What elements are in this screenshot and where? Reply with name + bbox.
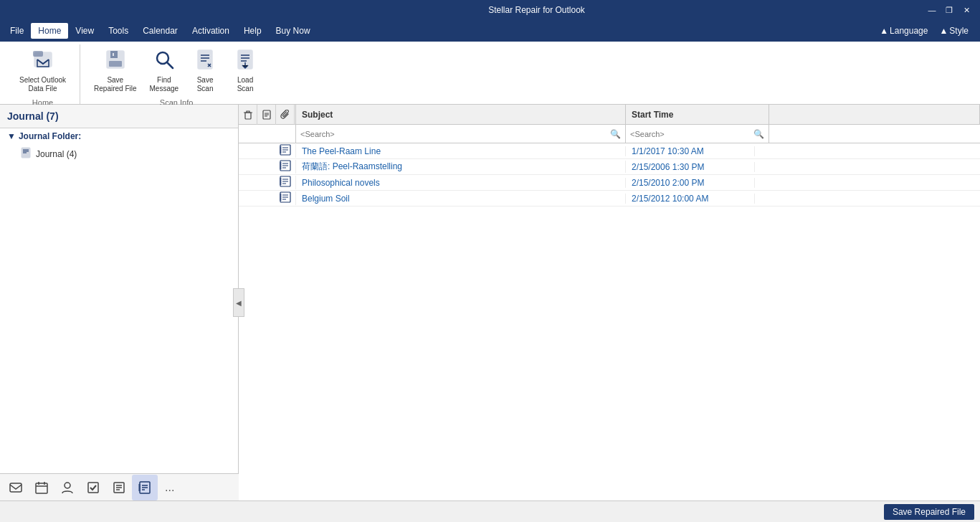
- ribbon-buttons-scan: SaveRepaired File FindMessage: [89, 44, 264, 97]
- save-scan-label: SaveScan: [197, 76, 214, 93]
- ribbon-buttons-home: Select OutlookData File: [14, 44, 71, 97]
- table-row[interactable]: Philosophical novels 2/15/2010 2:00 PM: [239, 175, 980, 191]
- row-starttime-2: 2/15/2006 1:30 PM: [626, 162, 755, 172]
- nav-tasks-icon[interactable]: [80, 475, 106, 500]
- sidebar-folder-journal[interactable]: ▼ Journal Folder:: [0, 128, 238, 144]
- starttime-column-header[interactable]: Start Time: [626, 105, 769, 124]
- subject-column-header[interactable]: Subject: [296, 105, 626, 124]
- journal-icon: [20, 147, 32, 161]
- load-scan-button[interactable]: LoadScan: [227, 44, 264, 97]
- menu-view[interactable]: View: [68, 23, 101, 39]
- nav-more-button[interactable]: ...: [161, 478, 179, 497]
- save-scan-button[interactable]: SaveScan: [186, 44, 224, 97]
- menu-tools[interactable]: Tools: [101, 23, 135, 39]
- row-subject-3: Philosophical novels: [296, 178, 626, 188]
- journal-entry-icon-1: [280, 144, 291, 158]
- delete-action-icon[interactable]: [239, 105, 257, 125]
- select-outlook-button[interactable]: Select OutlookData File: [14, 44, 71, 97]
- status-bar: Save Repaired File: [0, 500, 980, 522]
- svg-rect-4: [109, 61, 122, 67]
- svg-rect-20: [280, 146, 282, 153]
- bottom-nav: ...: [0, 473, 239, 500]
- sidebar-collapse-handle[interactable]: ◀: [233, 288, 244, 317]
- row-starttime-1: 1/1/2017 10:30 AM: [626, 146, 755, 156]
- folder-expand-icon: ▼: [7, 131, 16, 141]
- sidebar-item-journal[interactable]: Journal (4): [0, 144, 238, 163]
- nav-mail-icon[interactable]: [3, 475, 29, 500]
- style-label: Style: [949, 26, 969, 36]
- close-button[interactable]: ✕: [958, 3, 974, 17]
- language-label: Language: [890, 26, 928, 36]
- select-outlook-icon: [32, 48, 54, 75]
- sidebar: Journal (7) ▼ Journal Folder: Journal (4…: [0, 105, 239, 500]
- svg-rect-26: [280, 194, 282, 201]
- window-controls: — ❐ ✕: [924, 3, 974, 17]
- svg-rect-24: [280, 178, 282, 185]
- search-row: 🔍 🔍: [239, 125, 980, 143]
- table-row[interactable]: 荷蘭語: Peel-Raamstelling 2/15/2006 1:30 PM: [239, 159, 980, 175]
- find-message-label: FindMessage: [150, 76, 179, 93]
- minimize-button[interactable]: —: [924, 3, 940, 17]
- find-message-icon: [153, 48, 176, 75]
- menu-help[interactable]: Help: [237, 23, 269, 39]
- ribbon-group-scan: SaveRepaired File FindMessage: [80, 44, 272, 104]
- doc-action-icon[interactable]: [257, 105, 276, 125]
- row-icon-cell-1: [239, 144, 296, 158]
- table-row[interactable]: The Peel-Raam Line 1/1/2017 10:30 AM: [239, 143, 980, 159]
- menu-buy-now[interactable]: Buy Now: [269, 23, 318, 39]
- data-rows: The Peel-Raam Line 1/1/2017 10:30 AM 荷蘭語…: [239, 143, 980, 500]
- find-message-button[interactable]: FindMessage: [145, 44, 184, 97]
- nav-calendar-icon[interactable]: [29, 475, 54, 500]
- load-scan-icon: [234, 48, 257, 75]
- menu-right: ▲ Language ▲ Style: [877, 24, 977, 37]
- svg-rect-10: [10, 483, 22, 492]
- nav-notes-icon[interactable]: [106, 475, 132, 500]
- save-scan-icon: [194, 48, 217, 75]
- title-text: Stellar Repair for Outlook: [149, 5, 924, 15]
- svg-line-6: [167, 62, 173, 68]
- row-subject-1: The Peel-Raam Line: [296, 146, 626, 156]
- menu-home[interactable]: Home: [31, 23, 68, 39]
- extra-column-header: [769, 105, 980, 124]
- ribbon-group-home: Select OutlookData File Home: [6, 44, 80, 104]
- search-extra-spacer: [769, 125, 980, 143]
- row-icon-cell-2: [239, 160, 296, 174]
- search-spacer: [239, 125, 296, 143]
- language-selector[interactable]: ▲ Language: [877, 24, 931, 37]
- load-scan-label: LoadScan: [237, 76, 254, 93]
- save-repaired-icon: [104, 48, 127, 75]
- journal-entry-icon-2: [280, 160, 291, 174]
- svg-point-12: [65, 483, 70, 488]
- search-starttime-cell: 🔍: [626, 125, 769, 143]
- search-subject-input[interactable]: [300, 130, 610, 138]
- row-subject-4: Belgium Soil: [296, 194, 626, 204]
- menu-file[interactable]: File: [3, 23, 31, 39]
- main-content: Subject Start Time 🔍 🔍: [239, 105, 980, 500]
- table-row[interactable]: Belgium Soil 2/15/2012 10:00 AM: [239, 191, 980, 207]
- menu-bar: File Home View Tools Calendar Activation…: [0, 20, 980, 42]
- sidebar-folder-label: Journal Folder:: [19, 131, 81, 141]
- attach-action-icon[interactable]: [276, 105, 295, 125]
- nav-journal-icon[interactable]: [132, 475, 158, 500]
- menu-calendar[interactable]: Calendar: [135, 23, 185, 39]
- svg-rect-1: [33, 51, 43, 57]
- row-subject-2: 荷蘭語: Peel-Raamstelling: [296, 161, 626, 173]
- sidebar-wrapper: Journal (7) ▼ Journal Folder: Journal (4…: [0, 105, 239, 500]
- title-bar: Stellar Repair for Outlook — ❐ ✕: [0, 0, 980, 20]
- save-repaired-file-button[interactable]: SaveRepaired File: [89, 44, 141, 97]
- svg-rect-16: [138, 484, 141, 491]
- table-actions-header: [239, 105, 296, 124]
- main-area: Journal (7) ▼ Journal Folder: Journal (4…: [0, 105, 980, 500]
- select-outlook-label: Select OutlookData File: [19, 76, 66, 93]
- language-up-icon: ▲: [880, 26, 888, 36]
- menu-activation[interactable]: Activation: [185, 23, 237, 39]
- style-selector[interactable]: ▲ Style: [936, 24, 971, 37]
- row-icon-cell-3: [239, 176, 296, 189]
- search-starttime-input[interactable]: [630, 130, 753, 138]
- row-icon-cell-4: [239, 191, 296, 205]
- search-starttime-icon: 🔍: [753, 129, 764, 139]
- save-repaired-file-status-button[interactable]: Save Repaired File: [884, 504, 974, 520]
- svg-rect-17: [245, 113, 251, 119]
- restore-button[interactable]: ❐: [941, 3, 957, 17]
- nav-contacts-icon[interactable]: [54, 475, 80, 500]
